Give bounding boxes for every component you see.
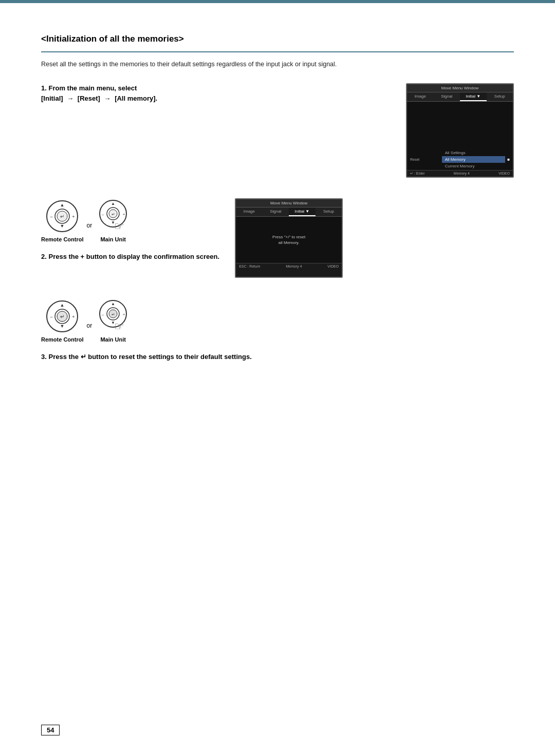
step-3-remote-label: Remote Control bbox=[41, 336, 84, 343]
screen-1-footer-left: ↵ : Enter bbox=[410, 172, 425, 176]
step-2-left: ↵ ▲ ▼ – + Remote Control bbox=[41, 198, 219, 262]
svg-text:↵: ↵ bbox=[60, 314, 64, 319]
svg-text:▼: ▼ bbox=[60, 324, 65, 329]
step-2-instruction: 2. Press the + button to display the con… bbox=[41, 252, 219, 262]
screen-1-checkmark: ■ bbox=[505, 157, 510, 162]
screen-2-tabs: Image Signal Initial ▼ Setup bbox=[236, 207, 342, 217]
step-3-mainunit-dpad: ↵ ▲ ▼ – + ☞ bbox=[95, 298, 131, 334]
step-2-or: or bbox=[87, 212, 92, 229]
svg-text:+: + bbox=[123, 212, 125, 217]
screen-2-footer-right: VIDEO bbox=[327, 264, 339, 268]
svg-text:↵: ↵ bbox=[112, 312, 115, 317]
screen-2-tab-setup: Setup bbox=[316, 207, 342, 216]
screen-1-footer-right: VIDEO bbox=[498, 172, 510, 176]
screen-1-tab-initial: Initial ▼ bbox=[460, 92, 487, 101]
section-title: <Initialization of all the memories> bbox=[41, 34, 514, 44]
svg-text:–: – bbox=[50, 214, 53, 219]
screen-1-window-title: Move Menu Window bbox=[407, 85, 513, 91]
step-1-row: 1. From the main menu, select [Initial] … bbox=[41, 83, 514, 178]
step-3-left: ↵ ▲ ▼ – + ↵ Remote Control or bbox=[41, 298, 252, 362]
top-bar bbox=[0, 0, 555, 3]
page-number: 54 bbox=[41, 725, 60, 735]
screen-1-tab-image: Image bbox=[407, 92, 434, 101]
screen-2-tab-signal: Signal bbox=[263, 207, 289, 216]
step-2-text: Press the + button to display the confir… bbox=[48, 253, 219, 260]
screen-1-tab-setup: Setup bbox=[487, 92, 513, 101]
svg-text:+: + bbox=[72, 214, 75, 219]
step-3-or: or bbox=[87, 312, 92, 329]
step-2-controls: ↵ ▲ ▼ – + Remote Control bbox=[41, 198, 219, 242]
svg-text:▲: ▲ bbox=[60, 303, 65, 308]
svg-text:☞: ☞ bbox=[114, 320, 124, 333]
screen-2-center-text: Press "+/" to resetall Memory. bbox=[238, 219, 340, 251]
screen-mockup-2: Move Menu Window Image Signal Initial ▼ … bbox=[235, 198, 343, 278]
svg-text:–: – bbox=[50, 314, 53, 319]
step-2-mainunit-label: Main Unit bbox=[100, 236, 126, 242]
section-intro: Reset all the settings in the memories t… bbox=[41, 61, 514, 68]
screen-2-footer-left: ESC : Return bbox=[239, 264, 260, 268]
screen-1-body bbox=[407, 102, 513, 148]
svg-text:☞: ☞ bbox=[114, 220, 124, 233]
svg-text:↵: ↵ bbox=[60, 214, 64, 219]
svg-text:▲: ▲ bbox=[60, 202, 65, 207]
step-3-remote-group: ↵ ▲ ▼ – + ↵ Remote Control bbox=[41, 298, 84, 343]
step-3-row: ↵ ▲ ▼ – + ↵ Remote Control or bbox=[41, 298, 514, 362]
step-2-mainunit-group: ↵ ▲ ▼ – + ☞ Main Unit bbox=[95, 198, 131, 242]
screen-mockup-1: Move Menu Window Image Signal Initial ▼ … bbox=[406, 83, 514, 178]
step-1-number: 1. bbox=[41, 84, 47, 92]
step-2-remote-label: Remote Control bbox=[41, 236, 84, 242]
screen-1-footer-mid: Memory 4 bbox=[454, 172, 470, 176]
step-3-mainunit-label: Main Unit bbox=[100, 336, 126, 343]
screen-1-tab-signal: Signal bbox=[434, 92, 460, 101]
step-3-controls: ↵ ▲ ▼ – + ↵ Remote Control or bbox=[41, 298, 252, 343]
step-2-remote-group: ↵ ▲ ▼ – + Remote Control bbox=[41, 198, 84, 242]
screen-2-footer-mid: Memory 4 bbox=[286, 264, 302, 268]
screen-2-tab-initial: Initial ▼ bbox=[289, 207, 316, 216]
svg-text:▲: ▲ bbox=[111, 301, 115, 306]
step-2-remote-dpad: ↵ ▲ ▼ – + bbox=[44, 198, 80, 234]
step-2-mainunit-dpad: ↵ ▲ ▼ – + ☞ bbox=[95, 198, 131, 234]
screen-2-tab-image: Image bbox=[236, 207, 263, 216]
screen-2-footer: ESC : Return Memory 4 VIDEO bbox=[236, 263, 342, 269]
step-2-number: 2. bbox=[41, 253, 47, 260]
screen-2-window-title: Move Menu Window bbox=[236, 200, 342, 206]
svg-text:▲: ▲ bbox=[111, 201, 115, 206]
step-3-number: 3. bbox=[41, 353, 47, 361]
step-1-instruction: 1. From the main menu, select [Initial] … bbox=[41, 83, 391, 103]
step-3-text: Press the ↵ button to reset the settings… bbox=[48, 353, 251, 361]
svg-text:–: – bbox=[102, 212, 104, 217]
screen-1-current-memory: Current Memory bbox=[442, 163, 505, 169]
step-3-mainunit-group: ↵ ▲ ▼ – + ☞ Main Unit bbox=[95, 298, 131, 343]
screen-2-body: Press "+/" to resetall Memory. bbox=[236, 217, 342, 263]
step-3-instruction: 3. Press the ↵ button to reset the setti… bbox=[41, 352, 252, 362]
screen-1-footer: ↵ : Enter Memory 4 VIDEO bbox=[407, 170, 513, 177]
step-3-remote-dpad: ↵ ▲ ▼ – + ↵ bbox=[44, 298, 80, 334]
step-1-bold: From the main menu, select [Initial] → [… bbox=[41, 84, 157, 102]
svg-text:+: + bbox=[72, 314, 75, 319]
svg-text:–: – bbox=[102, 312, 104, 317]
svg-text:+: + bbox=[123, 312, 125, 317]
svg-text:▼: ▼ bbox=[60, 223, 65, 229]
screen-1-all-settings: All Settings bbox=[442, 149, 505, 156]
step-2-row: ↵ ▲ ▼ – + Remote Control bbox=[41, 198, 514, 278]
svg-text:↵: ↵ bbox=[112, 212, 115, 217]
screen-1-all-memory: All Memory bbox=[442, 156, 505, 163]
screen-1-tabs: Image Signal Initial ▼ Setup bbox=[407, 92, 513, 102]
screen-1-reset-label: Reset bbox=[410, 158, 442, 161]
